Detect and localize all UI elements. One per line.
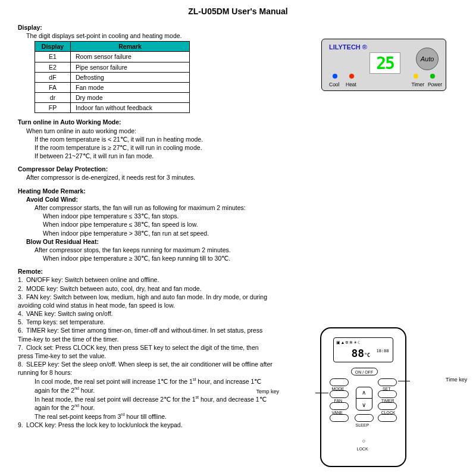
table-row: drDry mode xyxy=(35,93,190,103)
display-heading: Display: xyxy=(18,23,458,32)
fan-button xyxy=(330,402,349,410)
callout-temp-key: Temp key xyxy=(249,388,279,395)
brand-label: LILYTECH ® xyxy=(329,43,367,52)
temp-left-button xyxy=(330,378,349,386)
body-text: When indoor pipe temperature ≤ 33℃, fan … xyxy=(43,212,458,220)
avoid-cold-heading: Avoid Cold Wind: xyxy=(26,195,458,203)
remote-heading: Remote: xyxy=(18,267,458,275)
list-item: 3.FAN key: Switch between low, medium, h… xyxy=(18,293,274,309)
mode-button xyxy=(330,390,349,398)
table-row: E2Pipe sensor failure xyxy=(35,62,190,72)
list-item: 9.LOCK key: Press the lock key to lock/u… xyxy=(18,421,274,429)
lcd-temp: 88°C xyxy=(352,346,370,361)
blow-out-heading: Blow Out Residual Heat: xyxy=(26,237,458,246)
list-item: 5.Temp keys: set temperature. xyxy=(18,318,274,326)
lock-icon: ○ xyxy=(361,437,368,444)
led-heat-icon xyxy=(349,74,354,79)
time-right-button xyxy=(378,378,397,386)
body-text: When turn online in auto working mode: xyxy=(26,127,458,135)
set-button xyxy=(378,390,397,398)
label-cool: Cool xyxy=(329,82,339,88)
led-power-icon xyxy=(430,74,435,79)
body-text: When indoor pipe temperature > 38℃, fan … xyxy=(43,229,458,237)
sleep-label: SLEEP xyxy=(356,422,369,428)
led-timer-icon xyxy=(414,74,418,79)
label-power: Power xyxy=(428,82,442,88)
body-text: After compressor stops, the fan keeps ru… xyxy=(35,246,458,254)
label-heat: Heat xyxy=(346,82,356,88)
remote-lcd: ▣ ▲ ✲ ❄ ☀ ☾ 88°C 18:88 xyxy=(333,337,393,362)
lcd-icons: ▣ ▲ ✲ ❄ ☀ ☾ xyxy=(336,340,390,345)
callout-line xyxy=(398,381,410,381)
list-item: 8.SLEEP key: Set the sleep on/off. When … xyxy=(18,360,274,377)
th-display: Display xyxy=(35,42,71,52)
remote-list: 1.ON/OFF key: Switch between online and … xyxy=(18,275,274,429)
updown-button xyxy=(356,387,372,411)
body-text: When indoor pipe temperature ≥ 30℃, fan … xyxy=(43,254,458,262)
body-text: After compressor starts, the fan will ru… xyxy=(35,203,458,212)
list-item: 4.VANE key: Switch swing on/off. xyxy=(18,309,274,318)
body-text: If the room temperature is ≥ 27℃, it wil… xyxy=(35,143,458,152)
clock-button xyxy=(378,414,397,422)
vane-button xyxy=(330,414,349,422)
auto-heading: Turn online in Auto Working Mode: xyxy=(18,118,458,126)
remote-body: ▣ ▲ ✲ ❄ ☀ ☾ 88°C 18:88 ON / OFF MODE SET… xyxy=(320,327,406,467)
callout-time-key: Time key xyxy=(446,376,475,383)
lock-label: LOCK xyxy=(357,446,368,452)
body-text: After compressor is de-energized, it nee… xyxy=(26,173,458,181)
list-item: The real set-point keeps from 3rd hour t… xyxy=(35,412,274,421)
display-table: Display Remark E1Room sensor failure E2P… xyxy=(35,41,190,113)
table-row: FAFan mode xyxy=(35,82,190,92)
page-title: ZL-U05DM User's Manual xyxy=(18,6,458,17)
timer-button xyxy=(378,402,397,410)
compressor-heading: Compressor Delay Protection: xyxy=(18,165,458,173)
body-text: If between 21~27℃, it will run in fan mo… xyxy=(35,152,458,160)
list-item: 6.TIMER key: Set timer among timer-on, t… xyxy=(18,326,274,343)
table-row: dFDefrosting xyxy=(35,72,190,82)
list-item: 1.ON/OFF key: Switch between online and … xyxy=(18,275,274,284)
remote-diagram: Temp key Time key ▣ ▲ ✲ ❄ ☀ ☾ 88°C 18:88… xyxy=(283,327,443,467)
lcd-time: 18:88 xyxy=(376,349,389,354)
digit-display: 25 xyxy=(369,52,400,74)
sleep-button xyxy=(355,414,374,422)
onoff-button: ON / OFF xyxy=(351,368,378,375)
led-cool-icon xyxy=(333,74,337,79)
label-timer: Timer xyxy=(412,82,424,88)
heating-heading: Heating Mode Remark: xyxy=(18,187,458,195)
body-text: When indoor pipe temperature ≤ 38℃, fan … xyxy=(43,220,458,228)
list-item: 2.MODE key: Switch between auto, cool, d… xyxy=(18,284,274,293)
list-item: In heat mode, the real set point will de… xyxy=(35,394,274,412)
auto-button: Auto xyxy=(416,48,439,70)
display-panel: LILYTECH ® Auto 25 Cool Heat Timer Power xyxy=(321,39,446,91)
body-text: If the room temperature is < 21℃, it wil… xyxy=(35,135,458,143)
list-item: In cool mode, the real set point will in… xyxy=(35,377,274,394)
callout-line xyxy=(315,393,328,393)
list-item: 7.Clock set: Press CLOCK key, then press… xyxy=(18,343,274,360)
table-row: E1Room sensor failure xyxy=(35,52,190,62)
table-row: FPIndoor fan without feedback xyxy=(35,103,190,113)
th-remark: Remark xyxy=(71,42,190,52)
